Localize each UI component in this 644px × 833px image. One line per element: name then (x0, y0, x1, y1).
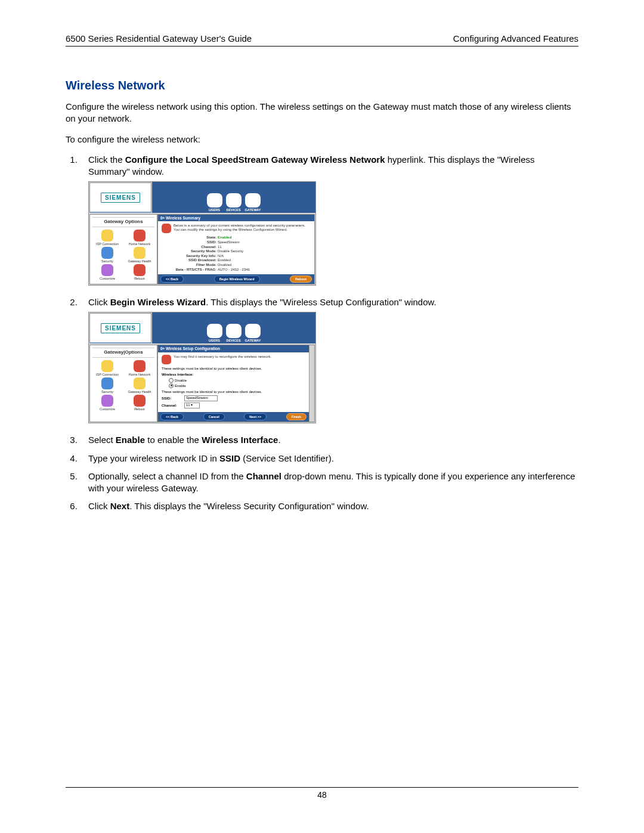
channel-select[interactable]: 11 ▾ (184, 402, 200, 408)
sidebar-reboot-label-2: Reboot (134, 407, 145, 411)
ssid-field-label: SSID: (162, 397, 182, 401)
begin-wizard-button[interactable]: Begin Wireless Wizard (214, 275, 260, 283)
step-3-e: . (278, 435, 280, 445)
wireless-interface-label: Wireless Interface: (162, 373, 306, 377)
next-button[interactable]: Next >> (244, 413, 267, 420)
cancel-button[interactable]: Cancel (203, 413, 225, 420)
tab-gateway-label: GATEWAY (245, 208, 261, 212)
sidebar-security-label-2: Security (101, 390, 113, 394)
sidebar-item-customize[interactable]: Customize (100, 264, 115, 280)
setup-icon (162, 355, 171, 364)
sidebar-item-home[interactable]: Home Network (129, 230, 150, 246)
step-2-text-a: Click (88, 297, 110, 307)
panel-title-bar: 0» Wireless Summary (158, 215, 314, 221)
siemens-logo-2: SIEMENS (101, 323, 140, 333)
channel-label: Channel: (175, 245, 218, 249)
step-1: Click the Configure the Local SpeedStrea… (80, 154, 578, 286)
steps-list: Click the Configure the Local SpeedStrea… (66, 154, 578, 513)
header-right: Configuring Advanced Features (453, 33, 578, 44)
top-tabs: USERS DEVICES GATEWAY (152, 182, 315, 213)
logo-pane-2: SIEMENS (89, 313, 151, 343)
screenshot-wireless-setup: SIEMENS USERS DEVICES GATEWAY Gateway|Op… (88, 312, 316, 423)
reboot-button[interactable]: Reboot (290, 275, 312, 283)
sidebar-item-security[interactable]: Security (101, 247, 113, 263)
tab-users-label-2: USERS (209, 339, 220, 342)
seckey-label: Security Key Info: (175, 254, 218, 258)
summary-description: Below is a summary of your current wirel… (174, 224, 311, 231)
tab-users-label: USERS (209, 208, 220, 212)
step-5-b: Channel (246, 471, 281, 481)
step-3-a: Select (88, 435, 116, 445)
sidebar-isp-label: ISP Connection (96, 242, 119, 246)
sidebar-title-2: Gateway|Options (92, 348, 154, 358)
step-4-a: Type your wireless network ID in (88, 453, 219, 463)
screenshot-wireless-summary: SIEMENS USERS DEVICES GATEWAY Gateway Op… (88, 181, 316, 286)
radio-enable[interactable] (169, 383, 174, 388)
sidebar-item-health[interactable]: Gateway Health (128, 247, 151, 263)
sidebar-customize-label-2: Customize (100, 407, 115, 411)
step-2-bold: Begin Wireless Wizard (110, 297, 206, 307)
section-title: Wireless Network (66, 79, 578, 92)
step-4-c: (Service Set Identifier). (240, 453, 334, 463)
home-icon (134, 230, 145, 241)
sidebar-item-isp[interactable]: ISP Connection (96, 230, 119, 246)
radio-disable-label: Disable (175, 378, 187, 382)
step-4: Type your wireless network ID in SSID (S… (80, 453, 578, 465)
logo-pane: SIEMENS (89, 182, 151, 213)
bcast-value: Enabled (218, 258, 231, 262)
step-1-text-a: Click the (88, 154, 125, 165)
tab-devices-2[interactable]: DEVICES (226, 324, 242, 342)
sidebar-health-label: Gateway Health (128, 259, 151, 263)
sidebar-home-label-2: Home Network (129, 373, 150, 376)
tab-users[interactable]: USERS (207, 193, 222, 212)
step-6-a: Click (88, 501, 110, 511)
sidebar-item-reboot-2[interactable]: Reboot (134, 395, 145, 411)
tab-devices[interactable]: DEVICES (226, 193, 242, 212)
security-icon (101, 247, 113, 259)
ssid-input[interactable]: SpeedStream (184, 395, 218, 401)
sidebar-item-reboot[interactable]: Reboot (134, 264, 145, 280)
tab-gateway-2[interactable]: GATEWAY (245, 324, 261, 342)
ssid-label: SSID: (175, 240, 218, 244)
users-icon-2 (207, 324, 222, 338)
filter-value: Disabled (218, 263, 231, 267)
sidebar-item-isp-2[interactable]: ISP Connection (96, 360, 119, 376)
beta-value: AUTO - 2432 - 2346 (218, 268, 250, 272)
sidebar-2: Gateway|Options ISP Connection Home Netw… (89, 345, 157, 422)
tab-users-2[interactable]: USERS (207, 324, 222, 342)
sidebar-item-health-2[interactable]: Gateway Health (128, 377, 151, 394)
customize-icon (101, 264, 113, 276)
security-icon-2 (101, 377, 113, 389)
isp-icon-2 (101, 360, 113, 372)
intro-paragraph-1: Configure the wireless network using thi… (66, 101, 578, 125)
beta-label: Beta - RTS/CTS - FRAG: (175, 268, 218, 272)
tab-gateway[interactable]: GATEWAY (245, 193, 261, 212)
back-button-2[interactable]: << Back (160, 413, 184, 420)
sidebar-item-security-2[interactable]: Security (101, 377, 113, 394)
summary-icon (162, 224, 171, 233)
sidebar-item-customize-2[interactable]: Customize (100, 395, 115, 411)
step-2: Click Begin Wireless Wizard. This displa… (80, 296, 578, 423)
filter-label: Filter Mode: (175, 263, 218, 267)
sidebar-item-home-2[interactable]: Home Network (129, 360, 150, 376)
radio-disable-row[interactable]: Disable (162, 378, 306, 383)
radio-enable-row[interactable]: Enable (162, 383, 306, 388)
radio-disable[interactable] (169, 378, 174, 383)
back-button[interactable]: << Back (160, 275, 184, 283)
finish-button[interactable]: Finish (286, 413, 306, 420)
channel-field-label: Channel: (162, 404, 182, 408)
step-4-b: SSID (219, 453, 240, 463)
scrollbar[interactable] (309, 345, 314, 422)
panel-title-bar-2: 0» Wireless Setup Configuration (158, 345, 309, 352)
channel-value: 11 (218, 245, 222, 249)
siemens-logo: SIEMENS (101, 193, 140, 203)
state-value: Enabled (218, 236, 231, 240)
gateway-icon (245, 193, 261, 208)
health-icon (134, 247, 145, 259)
isp-icon (101, 230, 113, 241)
tab-devices-label-2: DEVICES (226, 339, 240, 342)
sidebar-title: Gateway Options (92, 217, 154, 227)
setup-note-2: These settings must be identical to your… (162, 390, 306, 394)
reboot-icon (134, 264, 145, 276)
devices-icon-2 (226, 324, 242, 338)
